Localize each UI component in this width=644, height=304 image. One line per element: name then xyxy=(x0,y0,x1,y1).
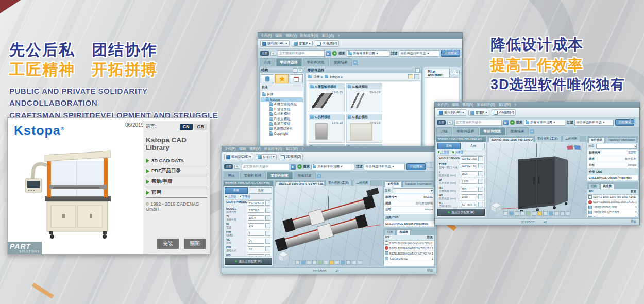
view-tool-button[interactable] xyxy=(543,211,548,216)
table-view-button[interactable]: 表格 xyxy=(225,187,248,194)
topology-info-tab[interactable]: Topology Information xyxy=(402,181,433,187)
edit-parameter-button[interactable] xyxy=(478,171,483,176)
structure-tab[interactable]: 结构 xyxy=(385,229,396,235)
menu-item[interactable]: 文件(F) xyxy=(225,147,235,151)
window-tab[interactable]: 零部件浏览 xyxy=(303,58,329,66)
bom-row[interactable]: BSZSLB2099AGW5Y2 'A2','A3','V4','V5','M1… xyxy=(384,251,434,256)
pin-panel-button[interactable]: ▫ xyxy=(415,68,420,73)
fulltext-search-input[interactable]: 全文搜索和关键字 xyxy=(278,50,325,57)
catalog-card[interactable]: A.微型输送模组 19-6-13 xyxy=(309,83,345,112)
menu-item[interactable]: 文件(F) xyxy=(437,103,448,107)
activate-classification-button[interactable]: 激活分类配置 (R) xyxy=(225,258,272,265)
dialog-menu-item[interactable]: 3D CAD DATA xyxy=(146,156,207,165)
window-tab[interactable]: 搜索结果 xyxy=(294,172,316,179)
parameter-value-input[interactable]: SDPR2-1600-1200-760-19 xyxy=(461,156,477,161)
window-tab[interactable]: 开始 xyxy=(436,127,452,135)
search-filter-select[interactable]: 零部件选择和单选 xyxy=(364,164,405,170)
menu-item[interactable]: 窗口(W) xyxy=(499,103,511,107)
add-tab-button[interactable]: + xyxy=(317,174,321,178)
menu-item[interactable]: 视图(V) xyxy=(462,103,473,107)
search-scope-select[interactable]: 所有目录和分类 xyxy=(347,50,389,57)
bom-row[interactable]: BSZSLB2099AGW93YNYT20(1B1G) 1 xyxy=(384,246,434,251)
parameter-value-input[interactable]: T20 / T20S xyxy=(248,254,264,257)
view-tool-button[interactable] xyxy=(554,211,559,216)
tree-item[interactable]: E.通用模组 xyxy=(261,122,303,127)
edit-search-icon[interactable]: ✎ xyxy=(270,52,276,56)
viewport-tab[interactable]: 零件视图 (工况) xyxy=(534,136,561,142)
menu-item[interactable]: 视图(V) xyxy=(285,33,297,38)
search-mode-toggle[interactable]: 全部 xyxy=(437,120,446,125)
pin-panel-button[interactable]: ▫ xyxy=(450,71,454,75)
edit-parameter-button[interactable] xyxy=(478,202,483,207)
level-up-link[interactable]: 上升级 xyxy=(438,150,449,154)
window-tab[interactable]: 搜索结果 xyxy=(330,58,352,66)
view-option-button[interactable] xyxy=(414,74,419,79)
export-to-cad-button[interactable]: 输出到CAD xyxy=(224,154,253,160)
search-scope-select[interactable]: 所有目录和分类 xyxy=(311,164,354,170)
bom-row[interactable]: SDPR2-1600-1200-760-1990-A1A1A1A1-A1A1A1… xyxy=(587,195,638,200)
parameter-value-input[interactable]: 760 xyxy=(461,187,477,192)
window-tab[interactable]: 零部件选择 xyxy=(240,172,266,179)
catalog-card[interactable]: B.输送模组 19-6-19 xyxy=(346,83,382,112)
edit-parameter-button[interactable] xyxy=(478,163,483,168)
info-search-select[interactable] xyxy=(596,144,637,149)
search-filter-select[interactable]: 零部件选择和单选 xyxy=(399,50,439,57)
format-step-button[interactable]: STEP xyxy=(256,154,277,160)
parameter-value-input[interactable]: V1 xyxy=(248,239,264,244)
edit-parameter-button[interactable] xyxy=(265,246,270,251)
breadcrumb-item[interactable]: 目录 xyxy=(313,75,320,79)
part-number-tab[interactable]: SDPR2-1600-1200-760-1990 AO... xyxy=(436,137,486,142)
fulltext-search-input[interactable]: 全文搜索和关键字 xyxy=(454,120,502,126)
view-tool-button[interactable] xyxy=(358,260,362,265)
language-gb-button[interactable]: GB xyxy=(194,124,208,130)
filter-assistant-tab[interactable]: Filter Assistant xyxy=(425,69,450,77)
edit-parameter-button[interactable] xyxy=(265,200,270,206)
add-search-icon[interactable]: + xyxy=(332,51,337,56)
favorites-view-button[interactable] xyxy=(275,74,289,83)
bom-row[interactable]: 1600(1200760)1990 1 xyxy=(587,205,638,210)
view-tool-button[interactable] xyxy=(335,260,340,265)
dialog-menu-item[interactable]: 官网 xyxy=(146,187,207,198)
window-tab[interactable]: 零部件选择 xyxy=(453,127,479,135)
search-go-icon[interactable]: ▶ xyxy=(291,164,296,170)
format-step-button[interactable]: STEP xyxy=(292,41,313,47)
viewport-tab[interactable]: BSZSLB-1009-240-S-V1-NY-T20... xyxy=(276,181,324,186)
search-mode-toggle[interactable]: 全部 xyxy=(260,51,269,56)
bom-row[interactable]: SDPR2(160012007601990A1A1A1A1A1A1A1A1) 1 xyxy=(587,200,638,205)
topology-info-tab[interactable]: Topology Information xyxy=(606,137,637,143)
menu-item[interactable]: ? xyxy=(514,103,516,107)
view-tool-button[interactable] xyxy=(526,211,531,216)
parameter-value-input[interactable]: NY xyxy=(248,246,264,251)
edit-parameter-button[interactable] xyxy=(478,187,483,192)
menu-item[interactable]: 附加程序(X) xyxy=(477,103,495,107)
window-tab[interactable]: 开始 xyxy=(224,172,239,179)
geometry-view-button[interactable]: 几何 xyxy=(249,187,272,194)
window-tab[interactable]: 开始 xyxy=(260,58,275,66)
parameter-value-input[interactable]: 240 xyxy=(248,223,264,228)
view-tool-button[interactable] xyxy=(503,211,508,216)
tree-item[interactable]: kstopa xyxy=(261,97,303,103)
view-tool-button[interactable] xyxy=(537,211,542,216)
menu-item[interactable]: 编辑 xyxy=(452,103,459,107)
view-tool-button[interactable] xyxy=(520,211,525,216)
2d-view-button[interactable]: 2D视图(2) xyxy=(315,40,339,47)
edit-parameter-button[interactable] xyxy=(478,156,483,161)
edit-search-icon[interactable]: ✎ xyxy=(234,165,240,169)
dialog-menu-item[interactable]: PDF产品目录 xyxy=(146,165,207,176)
view-tool-button[interactable] xyxy=(312,260,317,265)
edit-parameter-button[interactable] xyxy=(265,254,270,257)
tree-item[interactable]: D.机台模组 xyxy=(261,117,303,122)
level-down-link[interactable]: 下降级 xyxy=(240,195,251,198)
tree-item[interactable]: F.通用标准件 xyxy=(261,127,303,132)
tree-item[interactable]: A.微型输送模组 xyxy=(261,102,303,107)
breadcrumb-item[interactable]: kstopa xyxy=(330,75,340,79)
tree-item[interactable]: 目录 xyxy=(261,92,303,97)
view-cube[interactable] xyxy=(278,251,289,262)
search-go-icon[interactable]: ▶ xyxy=(326,51,331,56)
2d-view-button[interactable]: 2D视图(2) xyxy=(492,109,516,116)
level-down-link[interactable]: 下降级 xyxy=(452,150,464,154)
tree-item[interactable]: Copyright xyxy=(261,131,303,137)
view-tool-button[interactable] xyxy=(329,260,334,265)
edit-search-icon[interactable]: ✎ xyxy=(447,121,453,125)
bom-tab[interactable]: 构成表 xyxy=(397,229,411,235)
